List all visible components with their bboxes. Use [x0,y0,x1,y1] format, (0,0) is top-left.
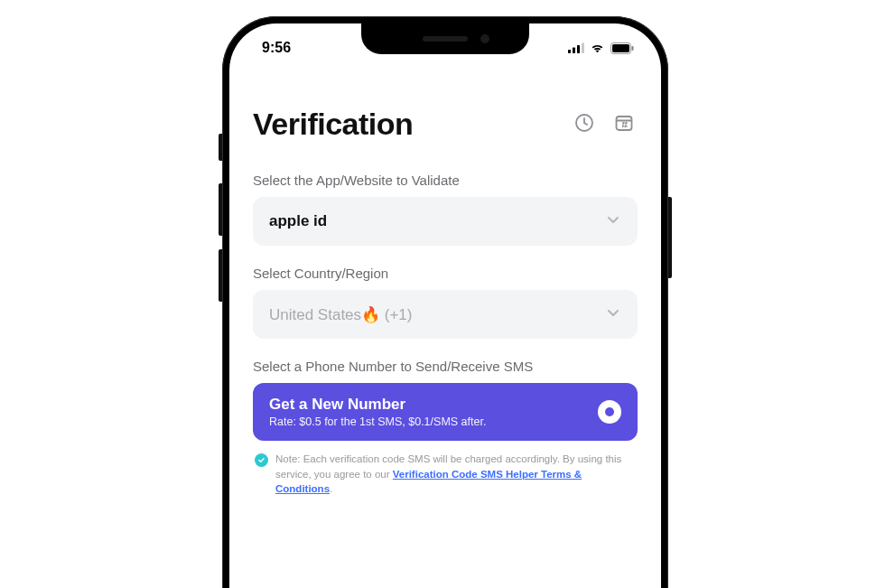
calendar-button[interactable] [610,111,638,138]
front-camera [480,34,489,43]
app-select-field[interactable]: apple id [253,197,638,246]
page-title: Verification [253,107,413,142]
silence-switch [219,134,222,161]
country-select-label: Select Country/Region [253,266,638,281]
speaker-grille [423,36,468,42]
history-button[interactable] [571,111,598,138]
wifi-icon [590,42,605,53]
title-row: Verification [253,107,638,142]
chevron-down-icon [605,304,621,324]
svg-rect-0 [568,50,571,53]
volume-up-button [219,183,222,236]
button-title: Get a New Number [269,396,486,414]
chevron-down-icon [605,211,621,231]
svg-rect-1 [573,48,575,54]
terms-suffix: . [330,483,332,494]
title-actions [571,111,638,138]
content-area: Verification [229,67,661,497]
terms-text: Note: Each verification code SMS will be… [275,452,636,497]
status-right [568,37,634,54]
country-select-field[interactable]: United States🔥 (+1) [253,290,638,339]
button-subtitle: Rate: $0.5 for the 1st SMS, $0.1/SMS aft… [269,415,486,428]
phone-frame: 9:56 [222,16,668,588]
check-circle-icon [255,453,268,467]
power-button [668,197,672,278]
phone-screen: 9:56 [229,23,661,588]
status-time: 9:56 [262,34,291,56]
button-text-group: Get a New Number Rate: $0.5 for the 1st … [269,396,486,428]
terms-note: Note: Each verification code SMS will be… [253,452,638,497]
country-select-value: United States🔥 (+1) [269,305,413,324]
calendar-hash-icon [613,112,635,137]
radio-selected-icon [598,400,621,424]
get-new-number-button[interactable]: Get a New Number Rate: $0.5 for the 1st … [253,383,638,441]
app-select-label: Select the App/Website to Validate [253,173,638,188]
svg-rect-2 [577,45,580,53]
clock-icon [573,112,595,137]
app-select-value: apple id [269,212,327,230]
cellular-icon [568,42,584,53]
volume-down-button [219,249,222,302]
notch [361,23,529,54]
svg-rect-3 [582,43,584,54]
phone-select-label: Select a Phone Number to Send/Receive SM… [253,359,638,374]
svg-rect-6 [632,46,634,51]
svg-rect-5 [612,44,629,52]
battery-icon [610,42,634,54]
